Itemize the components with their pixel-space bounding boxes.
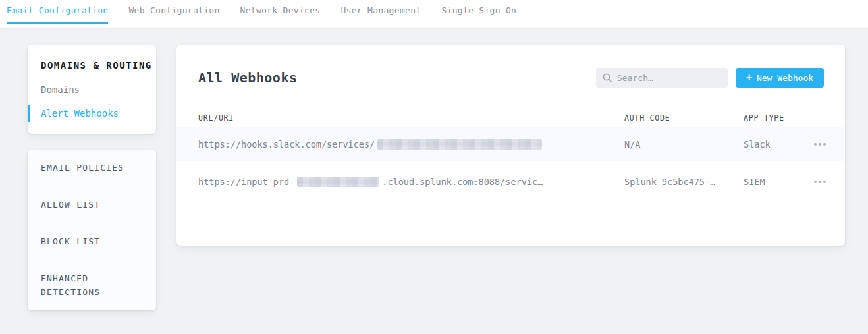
column-header-auth-code: AUTH CODE xyxy=(624,113,744,123)
app-type-cell: Slack xyxy=(744,139,827,150)
domains-routing-card: DOMAINS & ROUTING Domains Alert Webhooks xyxy=(28,45,156,134)
app-type-label: Slack xyxy=(744,139,771,150)
new-webhook-label: New Webhook xyxy=(757,73,813,83)
tab-user-management[interactable]: User Management xyxy=(340,0,421,25)
app-type-label: SIEM xyxy=(744,177,765,187)
sidebar-item-alert-webhooks[interactable]: Alert Webhooks xyxy=(41,108,143,119)
webhooks-table: URL/URI AUTH CODE APP TYPE https://hooks… xyxy=(176,109,845,202)
sidebar-item-email-policies[interactable]: EMAIL POLICIES xyxy=(28,150,156,186)
webhook-url-text: https://hooks.slack.com/services/ xyxy=(198,139,375,150)
webhook-url-text: https://input-prd- xyxy=(198,177,294,187)
top-nav: Email Configuration Web Configuration Ne… xyxy=(0,0,868,29)
tab-email-configuration[interactable]: Email Configuration xyxy=(7,0,108,24)
webhook-url-cell: https://input-prd- .cloud.splunk.com:808… xyxy=(198,177,624,187)
row-actions-menu-icon[interactable] xyxy=(813,140,827,148)
sidebar-item-domains[interactable]: Domains xyxy=(41,84,143,95)
auth-code-cell: N/A xyxy=(624,139,744,150)
app-type-cell: SIEM xyxy=(744,177,827,187)
table-row[interactable]: https://input-prd- .cloud.splunk.com:808… xyxy=(176,161,845,202)
tab-single-sign-on[interactable]: Single Sign On xyxy=(441,0,516,25)
row-actions-menu-icon[interactable] xyxy=(813,178,827,186)
redacted-url-segment xyxy=(297,177,379,187)
new-webhook-button[interactable]: + New Webhook xyxy=(736,68,824,88)
webhook-url-cell: https://hooks.slack.com/services/ xyxy=(198,139,624,150)
column-header-app-type: APP TYPE xyxy=(744,113,827,123)
tab-network-devices[interactable]: Network Devices xyxy=(240,0,321,25)
search-icon xyxy=(603,73,612,82)
auth-code-cell: Splunk 9c5bc475-… xyxy=(624,177,744,187)
domains-routing-title: DOMAINS & ROUTING xyxy=(41,60,143,70)
page-title: All Webhooks xyxy=(198,70,298,86)
table-row[interactable]: https://hooks.slack.com/services/ N/A Sl… xyxy=(176,127,845,161)
table-header-row: URL/URI AUTH CODE APP TYPE xyxy=(176,109,845,127)
webhook-url-text: .cloud.splunk.com:8088/servic… xyxy=(382,177,543,187)
sidebar-item-allow-list[interactable]: ALLOW LIST xyxy=(28,186,156,223)
sidebar-item-enhanced-detections[interactable]: ENHANCED DETECTIONS xyxy=(28,260,156,310)
email-sections-card: EMAIL POLICIES ALLOW LIST BLOCK LIST ENH… xyxy=(28,150,156,310)
sidebar-item-block-list[interactable]: BLOCK LIST xyxy=(28,223,156,260)
webhooks-panel: All Webhooks + New Webhook URL/URI AUTH … xyxy=(176,45,845,246)
tab-web-configuration[interactable]: Web Configuration xyxy=(128,0,219,25)
column-header-url: URL/URI xyxy=(198,113,624,123)
redacted-url-segment xyxy=(377,139,542,150)
plus-icon: + xyxy=(746,73,752,83)
search-box[interactable] xyxy=(596,68,728,88)
search-input[interactable] xyxy=(617,73,721,83)
